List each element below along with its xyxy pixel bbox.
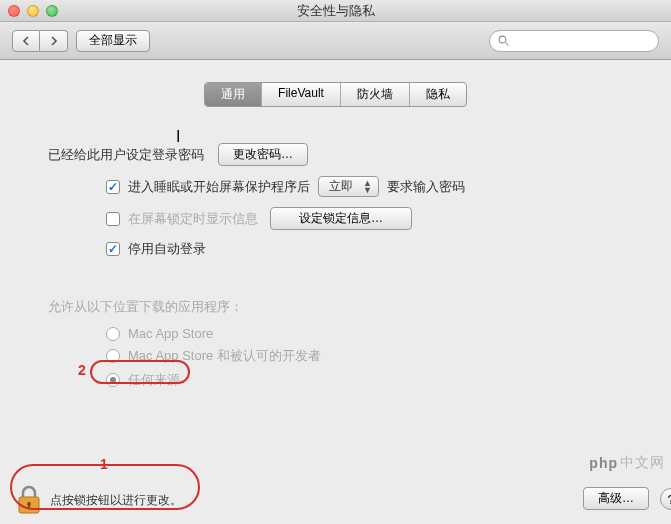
select-value: 立即	[329, 178, 353, 195]
radio-option-appstore[interactable]: Mac App Store	[106, 326, 623, 341]
title-bar: 安全性与隐私	[0, 0, 671, 22]
tab-general[interactable]: 通用	[205, 83, 262, 106]
chevron-right-icon	[50, 36, 58, 46]
require-password-checkbox[interactable]	[106, 180, 120, 194]
select-stepper-icon: ▲▼	[363, 180, 372, 194]
footer: 点按锁按钮以进行更改。	[0, 476, 671, 524]
lock-hint-text: 点按锁按钮以进行更改。	[50, 492, 182, 509]
radio-label: Mac App Store 和被认可的开发者	[128, 347, 321, 365]
annotation-number-1: 1	[100, 456, 108, 472]
tab-filevault[interactable]: FileVault	[262, 83, 341, 106]
forward-button[interactable]	[40, 30, 68, 52]
tab-privacy[interactable]: 隐私	[410, 83, 466, 106]
toolbar: 全部显示	[0, 22, 671, 60]
radio-icon	[106, 373, 120, 387]
lock-message-row: 在屏幕锁定时显示信息 设定锁定信息…	[106, 207, 623, 230]
disable-autologin-label: 停用自动登录	[128, 240, 206, 258]
allow-apps-radio-group: Mac App Store Mac App Store 和被认可的开发者 任何来…	[106, 326, 623, 389]
watermark-text: 中文网	[620, 454, 665, 472]
watermark: php 中文网	[589, 454, 665, 472]
content-area: 通用 FileVault 防火墙 隐私 已经给此用户设定登录密码 更改密码… 进…	[0, 60, 671, 524]
change-password-button[interactable]: 更改密码…	[218, 143, 308, 166]
allow-apps-heading: 允许从以下位置下载的应用程序：	[48, 298, 623, 316]
radio-icon	[106, 349, 120, 363]
disable-autologin-row: 停用自动登录	[106, 240, 623, 258]
search-icon	[498, 35, 510, 47]
advanced-button[interactable]: 高级…	[583, 487, 649, 510]
window-title: 安全性与隐私	[0, 2, 671, 20]
back-button[interactable]	[12, 30, 40, 52]
nav-buttons	[12, 30, 68, 52]
search-input[interactable]	[514, 35, 650, 47]
tab-firewall[interactable]: 防火墙	[341, 83, 410, 106]
tab-bar: 通用 FileVault 防火墙 隐私	[0, 82, 671, 107]
disable-autologin-checkbox[interactable]	[106, 242, 120, 256]
require-password-label: 进入睡眠或开始屏幕保护程序后	[128, 178, 310, 196]
set-lock-message-button[interactable]: 设定锁定信息…	[270, 207, 412, 230]
radio-label: 任何来源	[128, 371, 180, 389]
radio-option-anywhere[interactable]: 任何来源	[106, 371, 623, 389]
lock-message-checkbox[interactable]	[106, 212, 120, 226]
chevron-left-icon	[22, 36, 30, 46]
lock-message-label: 在屏幕锁定时显示信息	[128, 210, 258, 228]
require-password-delay-select[interactable]: 立即 ▲▼	[318, 176, 379, 197]
tab-segment: 通用 FileVault 防火墙 隐私	[204, 82, 467, 107]
login-password-label: 已经给此用户设定登录密码	[48, 146, 204, 164]
search-field[interactable]	[489, 30, 659, 52]
svg-rect-4	[28, 504, 30, 509]
require-password-row: 进入睡眠或开始屏幕保护程序后 立即 ▲▼ 要求输入密码	[106, 176, 623, 197]
watermark-brand: php	[589, 455, 618, 471]
radio-icon	[106, 327, 120, 341]
lock-icon[interactable]	[16, 485, 42, 515]
svg-line-1	[506, 42, 509, 45]
login-password-row: 已经给此用户设定登录密码 更改密码…	[48, 143, 623, 166]
radio-option-identified[interactable]: Mac App Store 和被认可的开发者	[106, 347, 623, 365]
radio-label: Mac App Store	[128, 326, 213, 341]
require-password-suffix: 要求输入密码	[387, 178, 465, 196]
svg-point-0	[499, 36, 506, 43]
general-panel: 已经给此用户设定登录密码 更改密码… 进入睡眠或开始屏幕保护程序后 立即 ▲▼ …	[20, 125, 651, 413]
show-all-button[interactable]: 全部显示	[76, 30, 150, 52]
